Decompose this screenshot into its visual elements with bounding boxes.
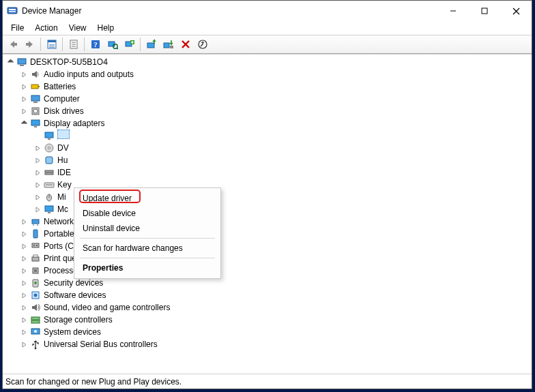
collapse-icon[interactable] <box>5 57 15 67</box>
svg-rect-4 <box>482 8 487 14</box>
category-software[interactable]: Software devices <box>3 289 532 301</box>
svg-point-43 <box>48 147 50 149</box>
category-audio[interactable]: Audio inputs and outputs <box>3 68 532 80</box>
device-item-1[interactable]: DV <box>3 142 532 154</box>
forward-button[interactable] <box>22 37 38 52</box>
minimize-button[interactable] <box>437 1 469 21</box>
scan-hardware-button[interactable] <box>104 37 120 52</box>
collapse-icon[interactable] <box>19 119 29 128</box>
expand-icon[interactable] <box>19 70 29 79</box>
device-item-2[interactable]: Hu <box>3 154 532 166</box>
svg-rect-52 <box>48 212 50 213</box>
expand-icon[interactable] <box>19 327 29 337</box>
expand-icon[interactable] <box>19 241 29 251</box>
add-legacy-button[interactable] <box>121 37 137 52</box>
update-driver-button[interactable] <box>143 37 159 52</box>
properties-button[interactable] <box>66 37 81 52</box>
expand-icon[interactable] <box>33 168 42 177</box>
category-storage[interactable]: Storage controllers <box>3 314 532 326</box>
svg-rect-32 <box>31 85 38 89</box>
expand-icon[interactable] <box>19 229 29 239</box>
node-label: DV <box>57 142 69 154</box>
context-menu-separator <box>80 258 215 258</box>
expand-icon[interactable] <box>19 340 29 349</box>
menubar: File Action View Help <box>3 21 532 35</box>
svg-rect-24 <box>147 43 154 48</box>
keyboard-icon <box>44 179 55 190</box>
expand-icon[interactable] <box>19 266 29 275</box>
svg-rect-69 <box>31 320 40 323</box>
category-display[interactable]: Display adapters <box>3 117 532 130</box>
hid-icon <box>44 155 55 166</box>
svg-rect-40 <box>45 132 53 138</box>
svg-rect-8 <box>48 40 56 42</box>
dvd-icon <box>44 142 55 153</box>
show-hidden-button[interactable] <box>194 37 210 52</box>
svg-rect-0 <box>8 7 17 14</box>
node-label: Computer <box>44 93 80 105</box>
menu-action[interactable]: Action <box>29 22 63 34</box>
expand-icon[interactable] <box>19 82 29 91</box>
expand-icon[interactable] <box>19 290 29 300</box>
category-disk[interactable]: Disk drives <box>3 105 532 117</box>
node-label: Audio inputs and outputs <box>44 68 134 80</box>
expand-icon[interactable] <box>33 205 42 214</box>
back-button[interactable] <box>5 37 20 52</box>
svg-point-72 <box>35 348 37 350</box>
category-computer[interactable]: Computer <box>3 93 532 105</box>
app-icon <box>7 5 18 16</box>
expand-icon[interactable] <box>19 106 29 116</box>
root-node[interactable]: DESKTOP-5U5B1O4 <box>3 56 532 68</box>
expand-icon[interactable] <box>33 180 42 190</box>
maximize-button[interactable] <box>469 1 500 21</box>
expand-icon[interactable] <box>19 217 29 226</box>
node-label: IDE <box>57 166 71 179</box>
mouse-icon <box>44 192 55 202</box>
expand-icon[interactable] <box>19 315 29 325</box>
ide-icon <box>44 167 55 178</box>
expand-icon[interactable] <box>33 192 42 202</box>
device-item-0[interactable] <box>3 130 532 142</box>
menu-update-driver[interactable]: Update driver <box>74 191 220 206</box>
svg-point-65 <box>34 282 37 284</box>
category-sound[interactable]: Sound, video and game controllers <box>3 301 532 314</box>
menu-file[interactable]: File <box>5 22 29 34</box>
close-button[interactable] <box>500 1 532 21</box>
help-button[interactable]: ? <box>87 37 103 52</box>
menu-disable-device[interactable]: Disable device <box>74 206 220 221</box>
menu-properties[interactable]: Properties <box>74 260 220 275</box>
node-label: DESKTOP-5U5B1O4 <box>30 56 108 68</box>
device-tree-pane[interactable]: DESKTOP-5U5B1O4Audio inputs and outputsB… <box>3 54 532 374</box>
titlebar: Device Manager <box>3 1 532 21</box>
menu-help[interactable]: Help <box>92 22 120 34</box>
disable-x-button[interactable] <box>177 37 193 52</box>
node-label: Display adapters <box>44 117 104 130</box>
menu-uninstall-device[interactable]: Uninstall device <box>74 221 220 236</box>
category-battery[interactable]: Batteries <box>3 80 532 93</box>
cpu-icon <box>30 265 41 276</box>
expand-icon[interactable] <box>19 94 29 104</box>
expand-icon[interactable] <box>33 155 42 165</box>
svg-rect-33 <box>38 86 40 87</box>
device-manager-window: Device Manager File Action View Help ? <box>2 0 532 389</box>
port-icon <box>30 241 41 252</box>
svg-rect-51 <box>45 206 53 211</box>
expand-icon[interactable] <box>19 303 29 312</box>
expand-icon[interactable] <box>19 254 29 263</box>
device-item-3[interactable]: IDE <box>3 166 532 179</box>
svg-rect-57 <box>32 243 39 247</box>
svg-point-67 <box>34 294 38 297</box>
context-menu: Update driver Disable device Uninstall d… <box>74 187 221 279</box>
menu-scan-hardware[interactable]: Scan for hardware changes <box>74 241 220 256</box>
show-hide-tree-button[interactable] <box>44 37 59 52</box>
node-label <box>57 130 70 142</box>
node-label: Universal Serial Bus controllers <box>44 338 158 350</box>
menu-view[interactable]: View <box>63 22 92 34</box>
expand-icon[interactable] <box>33 143 42 153</box>
svg-rect-35 <box>33 102 38 103</box>
uninstall-button[interactable] <box>160 37 176 52</box>
category-usb[interactable]: Universal Serial Bus controllers <box>3 338 532 350</box>
network-icon <box>30 216 41 227</box>
category-system[interactable]: System devices <box>3 326 532 338</box>
expand-icon[interactable] <box>19 278 29 288</box>
